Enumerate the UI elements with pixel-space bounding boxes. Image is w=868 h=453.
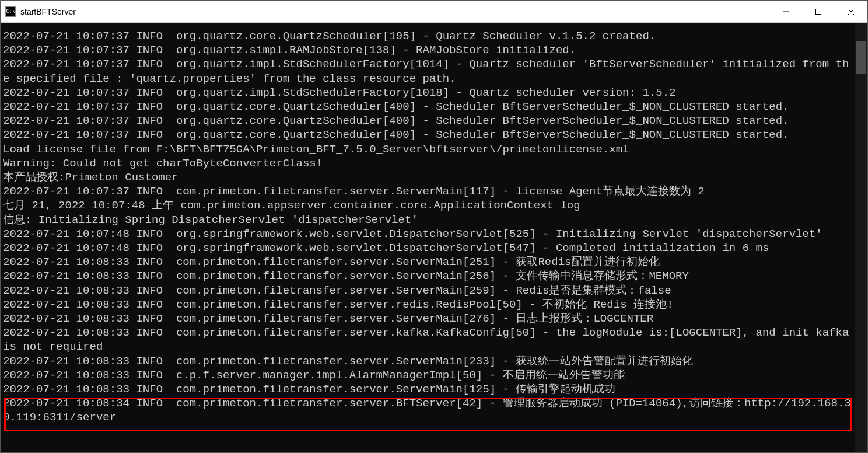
close-button[interactable] <box>835 1 867 22</box>
titlebar[interactable]: C:\ startBFTServer <box>1 1 867 23</box>
app-window: C:\ startBFTServer 2022-07-21 10:07:37 I… <box>0 0 868 453</box>
vertical-scrollbar[interactable] <box>855 23 867 452</box>
window-title: startBFTServer <box>20 7 76 16</box>
console-area: 2022-07-21 10:07:37 INFO org.quartz.core… <box>1 23 867 452</box>
scrollbar-thumb[interactable] <box>856 41 866 74</box>
maximize-icon <box>815 8 822 15</box>
window-controls <box>769 1 867 22</box>
console-output[interactable]: 2022-07-21 10:07:37 INFO org.quartz.core… <box>1 23 855 452</box>
close-icon <box>848 8 855 15</box>
minimize-icon <box>782 8 789 15</box>
maximize-button[interactable] <box>802 1 835 22</box>
svg-rect-1 <box>816 9 821 14</box>
console-icon: C:\ <box>5 6 16 17</box>
minimize-button[interactable] <box>769 1 802 22</box>
